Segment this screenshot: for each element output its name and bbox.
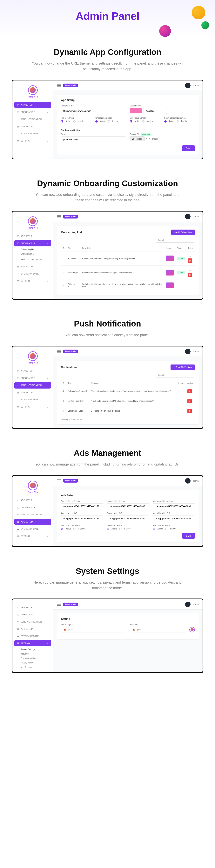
delete-icon[interactable]: 🗑 bbox=[187, 389, 192, 393]
nav-send-notification[interactable]: ✈ SEND NOTIFICATION bbox=[15, 618, 51, 625]
nav-system-update[interactable]: ☁ SYSTEM UPDATE bbox=[15, 397, 51, 403]
hamburger-icon[interactable] bbox=[57, 603, 61, 606]
nav-ads-setup[interactable]: ▥ ADS SETUP bbox=[15, 626, 51, 632]
project-id-input[interactable] bbox=[61, 136, 126, 142]
nav-general[interactable]: General Settings bbox=[15, 647, 51, 652]
radio-active[interactable] bbox=[107, 528, 109, 530]
banner-ios-input[interactable] bbox=[107, 516, 149, 521]
sidebar: Prime Web ▢ APP SETUP ▢ ONBORADING⌄ ✈ SE… bbox=[12, 81, 53, 159]
section-heading: Dynamic Onboarding Customization bbox=[12, 179, 203, 188]
hamburger-icon[interactable] bbox=[57, 350, 61, 353]
hamburger-icon[interactable] bbox=[57, 84, 61, 87]
radio-active[interactable] bbox=[96, 120, 98, 123]
avatar[interactable] bbox=[185, 214, 190, 219]
avatar[interactable] bbox=[185, 601, 190, 607]
color-swatch[interactable] bbox=[130, 108, 141, 114]
nav-app-settings[interactable]: App Settings bbox=[15, 665, 51, 670]
delete-icon[interactable]: 🗑 bbox=[187, 399, 192, 403]
table-footer: Showing 1 to 3 of 3 rows bbox=[61, 418, 195, 421]
nav-system-update[interactable]: ☁ SYSTEM UPDATE bbox=[15, 633, 51, 639]
radio-active[interactable] bbox=[153, 528, 155, 530]
inter-android-input[interactable] bbox=[153, 503, 195, 509]
nav-onboarding-list[interactable]: Onboarding List bbox=[15, 247, 51, 252]
nav-send-notification[interactable]: ✈ SEND NOTIFICATION bbox=[15, 382, 51, 389]
save-button[interactable]: Save bbox=[182, 146, 195, 151]
table-row: 2PrimewebConvert your Website to an appl… bbox=[61, 251, 195, 266]
section-app-config: Dynamic App Configuration You can now ch… bbox=[0, 38, 215, 169]
nav-setting[interactable]: ⚙ SETTING⌄ bbox=[15, 278, 51, 284]
avatar[interactable] bbox=[185, 478, 190, 484]
nav-system-update[interactable]: ☁ SYSTEM UPDATE bbox=[15, 130, 51, 137]
nav-setting[interactable]: ⚙ SETTING⌄ bbox=[15, 404, 51, 410]
nav-onboarding[interactable]: ▢ ONBORADING⌄ bbox=[15, 240, 51, 246]
search-input[interactable] bbox=[156, 238, 195, 243]
admob-android-input[interactable] bbox=[61, 503, 103, 509]
nav-ads-setup[interactable]: ▥ ADS SETUP bbox=[15, 123, 51, 130]
nav-ads-setup[interactable]: ▥ ADS SETUP bbox=[15, 389, 51, 396]
radio-inactive[interactable] bbox=[177, 120, 179, 123]
nav-onboarding-style[interactable]: Onboarding Style bbox=[15, 252, 51, 256]
nav-system-update[interactable]: ☁ SYSTEM UPDATE bbox=[15, 526, 51, 532]
banner-android-input[interactable] bbox=[107, 503, 149, 509]
website-url-input[interactable] bbox=[61, 108, 126, 114]
upload-favicon[interactable]: 📤 Upload bbox=[130, 627, 186, 632]
inter-ios-input[interactable] bbox=[153, 516, 195, 521]
nav-onboarding[interactable]: ▢ ONBORADING⌄ bbox=[15, 109, 51, 115]
avatar[interactable] bbox=[185, 349, 190, 354]
radio-inactive[interactable] bbox=[73, 528, 76, 530]
hamburger-icon[interactable] bbox=[57, 479, 61, 482]
nav-terms[interactable]: Terms & Conditions bbox=[15, 656, 51, 660]
delete-icon[interactable]: 🗑 bbox=[188, 258, 192, 263]
nav-onboarding[interactable]: ▢ ONBORADING⌄ bbox=[15, 611, 51, 618]
save-button[interactable]: Save bbox=[182, 533, 195, 538]
admin-panel: Prime Web ▢ APP SETUP ▢ ONBORADING⌄ ✈ SE… bbox=[12, 80, 203, 159]
nav-setting[interactable]: ⚙ SETTING⌄ bbox=[15, 533, 51, 539]
thumbnail bbox=[166, 255, 174, 261]
nav-setting[interactable]: ⚙ SETTING⌄ bbox=[15, 640, 51, 646]
nav-send-notification[interactable]: ✈ SEND NOTIFICATION bbox=[15, 256, 51, 262]
nav-app-setup[interactable]: ▢ APP SETUP bbox=[15, 497, 51, 503]
nav-app-setup[interactable]: ▢ APP SETUP bbox=[15, 604, 51, 611]
radio-inactive[interactable] bbox=[119, 528, 122, 530]
nav-ads-setup[interactable]: ▥ ADS SETUP bbox=[15, 263, 51, 270]
hero-title: Admin Panel bbox=[4, 10, 211, 22]
radio-active[interactable] bbox=[130, 120, 132, 123]
nav-app-setup[interactable]: ▢ APP SETUP bbox=[15, 368, 51, 374]
nav-send-notification[interactable]: ✈ SEND NOTIFICATION bbox=[15, 512, 51, 518]
decorative-orb bbox=[159, 25, 171, 37]
nav-setting[interactable]: ⚙ SETTING⌄ bbox=[15, 138, 51, 144]
onboarding-table: IDTitleDescriptionImageStatusAction 2Pri… bbox=[61, 245, 195, 291]
table-row: 6Limited Time Offer"Flash Sale! Enjoy up… bbox=[61, 396, 195, 406]
nav-onboarding[interactable]: ▢ ONBORADING⌄ bbox=[15, 504, 51, 511]
nav-app-setup[interactable]: ▢ APP SETUP bbox=[15, 102, 51, 108]
radio-active[interactable] bbox=[164, 120, 167, 123]
nav-ads-setup[interactable]: ▥ ADS SETUP bbox=[15, 519, 51, 525]
nav-app-setup[interactable]: ▢ APP SETUP bbox=[15, 233, 51, 239]
edit-icon[interactable]: ✎ bbox=[188, 268, 192, 273]
nav-send-notification[interactable]: ✈ SEND NOTIFICATION bbox=[15, 116, 51, 123]
nav-privacy[interactable]: Privacy Policy bbox=[15, 660, 51, 665]
delete-icon[interactable]: 🗑 bbox=[188, 273, 192, 277]
add-onboarding-button[interactable]: + Add Onboarding bbox=[171, 229, 195, 235]
send-notification-button[interactable]: + Send Notification bbox=[170, 365, 195, 370]
nav-system-update[interactable]: ☁ SYSTEM UPDATE bbox=[15, 271, 51, 277]
radio-inactive[interactable] bbox=[73, 120, 76, 123]
notif-setting-heading: Notification Setting bbox=[61, 126, 195, 131]
section-desc: You can now change the URL, theme, and s… bbox=[32, 61, 183, 72]
radio-active[interactable] bbox=[61, 120, 63, 123]
loader-color-input[interactable] bbox=[143, 108, 167, 114]
radio-inactive[interactable] bbox=[165, 528, 167, 530]
choose-file-button[interactable]: Choose File bbox=[130, 136, 144, 141]
edit-icon[interactable]: ✎ bbox=[188, 254, 192, 258]
admob-ios-input[interactable] bbox=[61, 516, 103, 521]
nav-about[interactable]: About Us bbox=[15, 652, 51, 656]
nav-onboarding[interactable]: ▢ ONBORADING⌄ bbox=[15, 375, 51, 381]
radio-active[interactable] bbox=[61, 528, 63, 530]
delete-icon[interactable]: 🗑 bbox=[187, 409, 192, 413]
hamburger-icon[interactable] bbox=[57, 215, 61, 218]
upload-logo[interactable]: 📤 Upload bbox=[61, 627, 126, 632]
avatar[interactable] bbox=[185, 83, 190, 88]
radio-inactive[interactable] bbox=[142, 120, 144, 123]
search-input[interactable] bbox=[156, 373, 195, 377]
radio-inactive[interactable] bbox=[108, 120, 110, 123]
